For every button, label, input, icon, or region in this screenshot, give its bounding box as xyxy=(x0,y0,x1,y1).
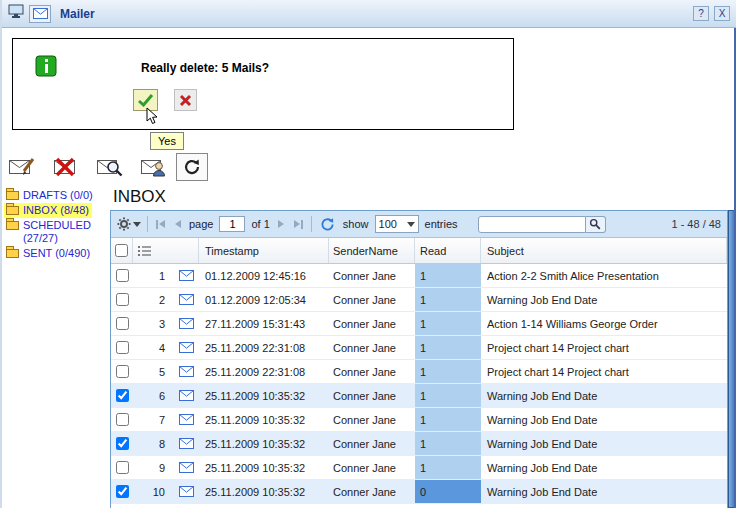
cell-timestamp: 27.11.2009 15:31:43 xyxy=(199,312,329,335)
grid-pager: page of 1 show 100 xyxy=(111,211,727,238)
cell-timestamp: 25.11.2009 10:35:32 xyxy=(199,432,329,455)
mail-envelope-icon xyxy=(173,360,199,383)
mail-rows: 1 01.12.2009 12:45:16 Conner Jane 1 Acti… xyxy=(111,264,727,508)
cell-subject: Warning Job End Date xyxy=(481,456,727,479)
row-checkbox[interactable] xyxy=(116,269,129,282)
table-row[interactable]: 3 27.11.2009 15:31:43 Conner Jane 1 Acti… xyxy=(111,312,727,336)
table-row[interactable]: 2 01.12.2009 12:05:34 Conner Jane 1 Warn… xyxy=(111,288,727,312)
row-checkbox[interactable] xyxy=(116,341,129,354)
page-input[interactable] xyxy=(219,216,245,232)
delete-mail-icon[interactable] xyxy=(50,153,82,181)
cell-sendername: Conner Jane xyxy=(329,360,415,383)
row-checkbox[interactable] xyxy=(116,317,129,330)
row-checkbox[interactable] xyxy=(116,293,129,306)
mailer-envelope-icon xyxy=(29,5,51,23)
table-row[interactable]: 4 25.11.2009 22:31:08 Conner Jane 1 Proj… xyxy=(111,336,727,360)
cell-sendername: Conner Jane xyxy=(329,480,415,503)
column-header-timestamp[interactable]: Timestamp xyxy=(199,238,329,263)
table-header: Timestamp SenderName Read Subject xyxy=(111,238,727,264)
new-mail-icon[interactable] xyxy=(6,153,38,181)
close-button[interactable]: X xyxy=(714,6,730,21)
column-header-sendername[interactable]: SenderName xyxy=(329,238,415,263)
sidebar-item-scheduled[interactable]: SCHEDULED (27/27) xyxy=(4,218,110,246)
grid-settings-button[interactable] xyxy=(117,217,141,231)
mailer-window: Mailer ? X Really delete: 5 Mails? Yes xyxy=(0,0,736,508)
cell-read: 1 xyxy=(415,360,481,383)
cell-timestamp: 01.12.2009 12:45:16 xyxy=(199,264,329,287)
search-mail-icon[interactable] xyxy=(94,153,126,181)
row-number: 5 xyxy=(133,360,173,383)
result-range-label: 1 - 48 / 48 xyxy=(671,218,721,230)
prev-page-button[interactable] xyxy=(173,218,183,230)
main-panel: INBOX page of 1 xyxy=(110,186,736,508)
row-number: 4 xyxy=(133,336,173,359)
row-number: 1 xyxy=(133,264,173,287)
folder-icon xyxy=(6,206,19,215)
page-size-select[interactable]: 100 xyxy=(375,215,419,233)
sidebar-item-drafts[interactable]: DRAFTS (0/0) xyxy=(4,188,96,203)
table-row[interactable]: 1 01.12.2009 12:45:16 Conner Jane 1 Acti… xyxy=(111,264,727,288)
page-label: page xyxy=(189,218,213,230)
row-checkbox[interactable] xyxy=(116,485,129,498)
titlebar: Mailer ? X xyxy=(2,0,736,28)
folder-sidebar: DRAFTS (0/0) INBOX (8/48) SCHEDULED (27/… xyxy=(2,186,110,508)
select-all-checkbox[interactable] xyxy=(115,244,128,257)
cell-read: 1 xyxy=(415,384,481,407)
table-row[interactable]: 8 25.11.2009 10:35:32 Conner Jane 1 Warn… xyxy=(111,432,727,456)
cell-subject: Warning Job End Date xyxy=(481,480,727,503)
cell-sendername: Conner Jane xyxy=(329,456,415,479)
confirm-no-button[interactable] xyxy=(174,89,197,111)
cell-subject: Warning Job End Date xyxy=(481,432,727,455)
mail-envelope-icon xyxy=(173,432,199,455)
mail-envelope-icon xyxy=(173,312,199,335)
cell-timestamp: 25.11.2009 10:35:32 xyxy=(199,408,329,431)
last-page-button[interactable] xyxy=(292,218,305,231)
cell-read: 1 xyxy=(415,432,481,455)
chevron-down-icon xyxy=(407,222,415,227)
app-icon xyxy=(8,4,24,23)
mail-envelope-icon xyxy=(173,288,199,311)
table-row[interactable]: 10 25.11.2009 10:35:32 Conner Jane 0 War… xyxy=(111,480,727,504)
row-checkbox[interactable] xyxy=(116,461,129,474)
row-checkbox[interactable] xyxy=(116,389,129,402)
grid-search-input[interactable] xyxy=(478,216,586,233)
show-label: show xyxy=(343,218,369,230)
first-page-button[interactable] xyxy=(154,218,167,231)
sidebar-item-inbox[interactable]: INBOX (8/48) xyxy=(4,203,92,218)
window-title: Mailer xyxy=(60,7,95,21)
cell-subject: Warning Job End Date xyxy=(481,408,727,431)
cell-read: 1 xyxy=(415,336,481,359)
column-header-subject[interactable]: Subject xyxy=(481,238,727,263)
row-checkbox[interactable] xyxy=(116,437,129,450)
table-row[interactable]: 5 25.11.2009 22:31:08 Conner Jane 1 Proj… xyxy=(111,360,727,384)
row-number: 3 xyxy=(133,312,173,335)
cell-subject: Action 2-2 Smith Alice Presentation xyxy=(481,264,727,287)
mail-contact-icon[interactable] xyxy=(138,153,170,181)
list-icon[interactable] xyxy=(133,238,199,263)
sidebar-item-sent[interactable]: SENT (0/490) xyxy=(4,246,93,261)
table-row[interactable]: 7 25.11.2009 10:35:32 Conner Jane 1 Warn… xyxy=(111,408,727,432)
cell-sendername: Conner Jane xyxy=(329,384,415,407)
folder-icon xyxy=(6,221,19,230)
cell-timestamp: 25.11.2009 22:31:08 xyxy=(199,360,329,383)
refresh-icon[interactable] xyxy=(176,153,208,181)
table-row[interactable]: 9 25.11.2009 10:35:32 Conner Jane 1 Warn… xyxy=(111,456,727,480)
search-icon[interactable] xyxy=(586,216,606,233)
row-checkbox[interactable] xyxy=(116,365,129,378)
chevron-down-icon xyxy=(133,222,141,227)
cell-sendername: Conner Jane xyxy=(329,336,415,359)
column-header-read[interactable]: Read xyxy=(415,238,481,263)
row-number: 7 xyxy=(133,408,173,431)
mail-envelope-icon xyxy=(173,336,199,359)
page-of-label: of 1 xyxy=(251,218,269,230)
table-row[interactable]: 6 25.11.2009 10:35:32 Conner Jane 1 Warn… xyxy=(111,384,727,408)
cell-sendername: Conner Jane xyxy=(329,288,415,311)
next-page-button[interactable] xyxy=(276,218,286,230)
mail-envelope-icon xyxy=(173,264,199,287)
cell-sendername: Conner Jane xyxy=(329,408,415,431)
page-title: INBOX xyxy=(110,186,736,210)
help-button[interactable]: ? xyxy=(693,6,709,21)
row-checkbox[interactable] xyxy=(116,413,129,426)
grid-refresh-icon[interactable] xyxy=(318,215,337,234)
cell-read: 1 xyxy=(415,456,481,479)
